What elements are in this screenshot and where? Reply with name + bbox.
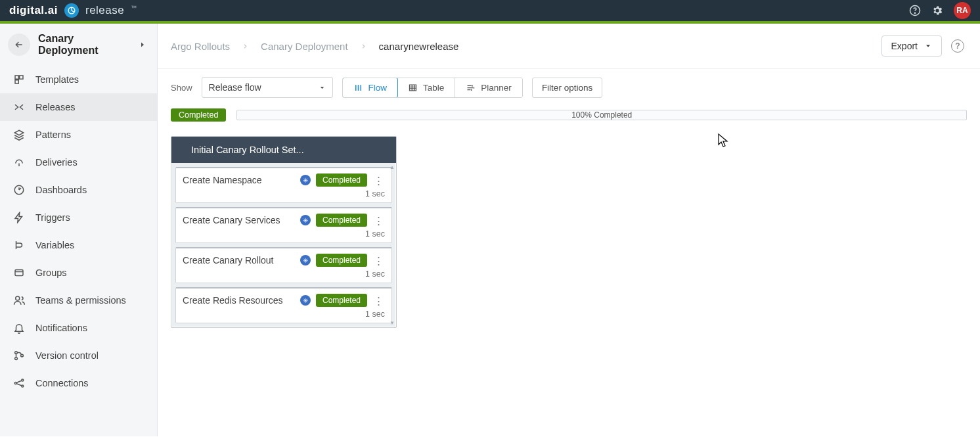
task-name: Create Canary Services [183, 215, 295, 225]
view-planner-button[interactable]: Planner [455, 78, 522, 97]
task-duration: 1 sec [365, 310, 385, 319]
kubernetes-icon: ✳ [300, 175, 311, 185]
kubernetes-icon: ✳ [300, 295, 311, 306]
scroll-up-icon[interactable]: ▲ [390, 164, 395, 170]
brand-logo: digital.ai release ™ [9, 3, 137, 18]
sidebar-item-label: Connections [35, 378, 89, 388]
table-icon [408, 83, 418, 93]
task-duration: 1 sec [365, 189, 385, 198]
svg-point-2 [914, 12, 915, 13]
phase-title[interactable]: Initial Canary Rollout Set... [171, 137, 396, 163]
view-toggle-group: Flow Table Planner [342, 78, 523, 98]
task-card[interactable]: Create Canary Rollout ✳ Completed ⋮ 1 se… [175, 247, 392, 283]
task-duration: 1 sec [365, 269, 385, 279]
svg-point-9 [15, 352, 18, 354]
main-content: Argo Rollouts Canary Deployment canaryne… [158, 24, 980, 436]
sidebar: Canary Deployment Templates Releases Pat… [0, 24, 158, 436]
scroll-down-icon[interactable]: ▼ [390, 320, 395, 326]
sidebar-item-label: Notifications [35, 323, 87, 333]
flow-icon [353, 83, 363, 93]
sidebar-item-groups[interactable]: Groups [0, 259, 157, 287]
task-menu-icon[interactable]: ⋮ [372, 216, 385, 225]
task-status-badge: Completed [316, 173, 367, 187]
forward-icon[interactable] [139, 41, 146, 49]
sidebar-item-label: Teams & permissions [35, 295, 126, 306]
task-name: Create Redis Resources [183, 295, 295, 306]
releases-icon [13, 101, 25, 113]
svg-point-10 [15, 358, 18, 360]
sidebar-item-dashboards[interactable]: Dashboards [0, 176, 157, 204]
dashboards-icon [13, 184, 25, 196]
svg-rect-4 [20, 76, 23, 79]
sidebar-item-triggers[interactable]: Triggers [0, 204, 157, 231]
sidebar-item-teams[interactable]: Teams & permissions [0, 287, 157, 314]
planner-icon [466, 83, 476, 93]
view-table-button[interactable]: Table [397, 78, 455, 97]
sidebar-item-connections[interactable]: Connections [0, 369, 157, 397]
caret-down-icon [924, 42, 932, 50]
variables-icon [13, 239, 25, 251]
svg-rect-3 [15, 76, 18, 79]
teams-icon [13, 294, 25, 306]
progress-bar: 100% Completed [236, 110, 967, 120]
caret-down-icon [319, 84, 326, 91]
task-menu-icon[interactable]: ⋮ [372, 256, 385, 266]
phase-card: Initial Canary Rollout Set... ▲ Create N… [171, 136, 397, 328]
kubernetes-icon: ✳ [300, 255, 311, 266]
task-status-badge: Completed [316, 294, 367, 307]
task-name: Create Canary Rollout [183, 255, 295, 266]
sidebar-item-notifications[interactable]: Notifications [0, 314, 157, 342]
breadcrumb-item[interactable]: Argo Rollouts [171, 41, 230, 52]
svg-rect-7 [15, 270, 23, 276]
deliveries-icon [13, 156, 25, 168]
task-status-badge: Completed [316, 254, 367, 267]
patterns-icon [13, 129, 25, 141]
filter-options-button[interactable]: Filter options [532, 78, 602, 98]
breadcrumb: Argo Rollouts Canary Deployment canaryne… [171, 41, 458, 52]
sidebar-item-templates[interactable]: Templates [0, 66, 157, 93]
brand-text-right: release [85, 4, 124, 17]
task-menu-icon[interactable]: ⋮ [372, 175, 385, 185]
sidebar-item-patterns[interactable]: Patterns [0, 121, 157, 149]
view-select[interactable]: Release flow [202, 77, 333, 98]
triggers-icon [13, 212, 25, 223]
sidebar-item-version-control[interactable]: Version control [0, 342, 157, 369]
svg-point-8 [16, 296, 20, 300]
sidebar-item-label: Groups [35, 267, 67, 278]
show-label: Show [171, 83, 192, 93]
chevron-right-icon [242, 43, 249, 50]
task-card[interactable]: Create Redis Resources ✳ Completed ⋮ 1 s… [175, 287, 392, 323]
user-avatar[interactable]: RA [954, 2, 971, 19]
chevron-right-icon [360, 43, 367, 50]
sidebar-item-label: Variables [35, 240, 74, 250]
svg-point-14 [22, 385, 24, 387]
svg-rect-5 [15, 80, 18, 83]
sidebar-item-label: Patterns [35, 129, 71, 140]
back-button[interactable] [8, 34, 30, 56]
task-card[interactable]: Create Namespace ✳ Completed ⋮ 1 sec [175, 167, 392, 203]
version-control-icon [13, 350, 25, 361]
release-badge-icon [64, 3, 79, 18]
sidebar-item-deliveries[interactable]: Deliveries [0, 149, 157, 176]
topbar: digital.ai release ™ RA [0, 0, 980, 24]
release-status-badge: Completed [171, 108, 226, 122]
settings-icon[interactable] [931, 5, 943, 16]
help-icon[interactable] [909, 5, 921, 16]
task-menu-icon[interactable]: ⋮ [372, 296, 385, 306]
brand-text-left: digital.ai [9, 4, 58, 17]
breadcrumb-item[interactable]: Canary Deployment [261, 41, 348, 52]
sidebar-item-variables[interactable]: Variables [0, 231, 157, 259]
sidebar-item-label: Version control [35, 350, 99, 361]
sidebar-title: Canary Deployment [38, 33, 131, 57]
sidebar-item-label: Releases [35, 102, 75, 112]
sidebar-item-releases[interactable]: Releases [0, 93, 157, 121]
sidebar-item-label: Deliveries [35, 157, 78, 168]
task-card[interactable]: Create Canary Services ✳ Completed ⋮ 1 s… [175, 207, 392, 243]
notifications-icon [13, 322, 25, 334]
sidebar-item-label: Triggers [35, 212, 70, 223]
view-flow-button[interactable]: Flow [342, 78, 399, 98]
svg-point-13 [22, 379, 24, 381]
export-button[interactable]: Export [881, 35, 942, 57]
context-help-icon[interactable]: ? [951, 39, 964, 53]
templates-icon [13, 74, 25, 85]
